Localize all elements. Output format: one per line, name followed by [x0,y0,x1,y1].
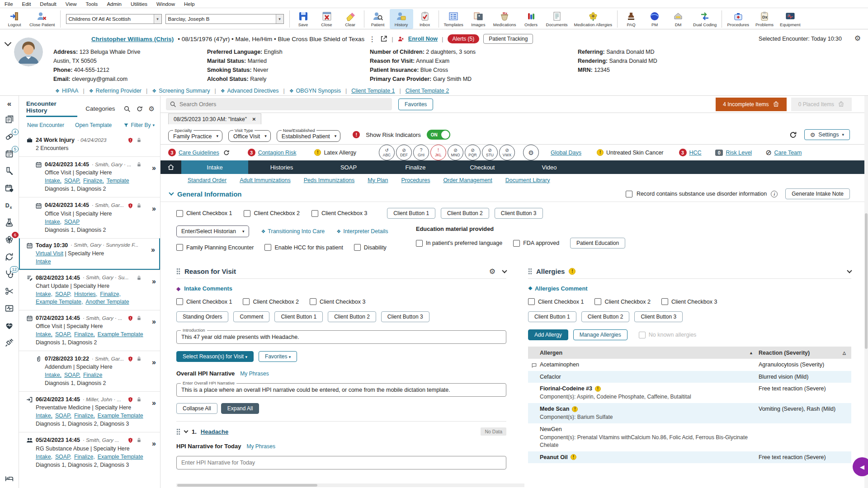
vertical-scrollbar[interactable] [864,96,868,488]
reason-button[interactable]: Client Button 1 [274,311,323,322]
my-phrases-link[interactable]: My Phrases [240,371,269,377]
encounter-section-link[interactable]: SOAP, [64,177,80,185]
placed-items-button[interactable]: 0 Placed Items [791,98,852,111]
client-button[interactable]: Client Button 1 [387,208,435,219]
patient-link[interactable]: ❖ Screening Summary [152,88,210,94]
settings-button[interactable]: ⚙ Settings ▾ [804,129,850,140]
labs-icon[interactable] [5,166,14,176]
encounter-section-link[interactable]: Another Template [85,298,129,306]
allergy-button[interactable]: Client Button 1 [528,311,576,322]
syringe-icon[interactable] [5,338,14,347]
header-gear-icon[interactable]: ⚙ [854,35,861,42]
toolbar-button[interactable]: Images [467,9,490,29]
toolbar-button[interactable]: Patient [366,9,390,29]
patient-link[interactable]: ❖ Referring Provider [89,88,142,94]
menu-item[interactable]: Window [156,1,175,7]
tab-encounter-history[interactable]: Encounter History [26,100,77,117]
intake-comments-link[interactable]: Intake Comments [184,285,232,292]
expand-chevron-icon[interactable]: » [152,439,156,449]
encounter-list-item[interactable]: 08/24/2023 14:45 · Smith, Gary · Su... »… [19,270,160,310]
incomplete-items-button[interactable]: 4 Incomplete Items [716,98,786,111]
encounter-section-link[interactable]: Example Template, [36,298,83,306]
allergen-column-header[interactable]: Allergen▲ [540,350,759,356]
subnav-link[interactable]: Order Management [443,177,492,183]
encounter-section-link[interactable]: Finalize, [74,453,95,461]
gear-icon[interactable]: ⚙ [149,105,155,112]
toolbar-button[interactable]: PM [643,9,666,29]
encounter-checkbox[interactable]: Disability [354,244,387,251]
nav-tab[interactable]: Intake [181,160,248,174]
client-checkbox[interactable]: Client Checkbox 2 [243,298,298,305]
care-guidelines-chip[interactable]: 3 Care Guidelines [168,149,230,156]
lab-flask-icon[interactable] [5,218,14,227]
no-known-allergies-checkbox[interactable]: No known allergies [639,332,697,338]
encounter-section-link[interactable]: Finalize [83,371,102,379]
encounter-section-link[interactable]: Histories, [74,291,97,298]
toolbar-button[interactable]: Logout [3,9,26,29]
nav-tab[interactable]: Finalize [382,160,449,174]
subnav-link[interactable]: Procedures [401,177,430,183]
search-orders-input[interactable] [166,98,392,110]
encounter-section-link[interactable]: Intake, [45,371,61,379]
patient-link[interactable]: ❖ HIPAA [55,88,78,94]
subnav-link[interactable]: Standard Order [188,177,226,183]
tab-categories[interactable]: Categories [85,105,115,112]
toolbar-button[interactable]: Procedures [724,9,752,29]
risk-circle[interactable]: ↺ ABC [379,145,395,160]
favorites-dropdown-button[interactable]: Favorites ▾ [259,351,297,362]
education-checkbox[interactable]: FDA approved [513,240,559,247]
encounter-list-item[interactable]: 07/24/2023 14:45 · Smith, Gary · ... » O… [19,310,160,351]
new-established-select[interactable]: New/Established Established Patient▾ [277,128,341,142]
scissors-icon[interactable] [5,286,14,296]
toolbar-button[interactable]: Orders [519,9,543,29]
reason-button[interactable]: Standing Orders [176,311,228,322]
expand-chevron-icon[interactable]: » [152,317,156,327]
collapse-rail-icon[interactable]: « [7,99,11,108]
toolbar-button[interactable]: Close Patient [26,9,58,29]
manage-allergies-button[interactable]: Manage Allergies [573,329,627,340]
allergy-table-row[interactable]: Fiorinal-Codeine #3 ! Component(s): Aspi… [528,383,851,403]
encounter-section-link[interactable]: Finalize, [100,291,121,298]
toolbar-button[interactable]: Equipment [777,9,803,29]
encounter-section-link[interactable]: SOAP [64,218,80,226]
menu-item[interactable]: View [66,1,77,7]
encounter-section-link[interactable]: SOAP, [55,291,71,298]
show-risk-toggle[interactable]: ON [427,130,450,140]
allergy-table-row[interactable]: Cefaclor Blurred vision (Mild) [528,371,851,383]
risk-circle[interactable]: ⊘ MNO [448,145,463,160]
encounter-section-link[interactable]: Template [107,177,129,185]
risk-circle[interactable]: ⊘ VWX [499,145,515,160]
menu-item[interactable]: Default [40,1,56,7]
favorites-button[interactable]: Favorites [398,99,433,110]
encounter-list-item[interactable]: 07/28/2023 10:22 · Smith, Gar... » Adden… [19,351,160,391]
encounter-list-item[interactable]: 05/24/2023 14:45 · Smith, Gary ... » RG … [19,432,160,473]
my-phrases-link[interactable]: My Phrases [247,443,275,450]
nav-tab[interactable]: Checkout [449,160,516,174]
floating-collapse-button[interactable]: ◀ [853,457,868,476]
encounter-section-link[interactable]: Intake [36,258,51,266]
reaction-column-header[interactable]: Reaction (Severity)△ [759,350,851,356]
reason-button[interactable]: Client Button 3 [381,311,429,322]
encounter-list-item[interactable]: 06/24/2023 14:45 · Miller, John · ... » … [19,391,160,432]
toolbar-button[interactable]: Save [292,9,315,29]
encounter-section-link[interactable]: Finalize, [74,331,95,338]
reason-button[interactable]: Client Button 2 [328,311,376,322]
toolbar-button[interactable]: Inbox [413,9,437,29]
care-team-chip[interactable]: ⊘ Care Team [765,149,802,156]
toolbar-button[interactable]: Close [315,9,339,29]
horizontal-scrollbar[interactable] [176,483,524,487]
encounter-list-item[interactable]: Today 10:30 · Smith, Gary · Sunnyside F.… [19,238,160,270]
menu-item[interactable]: Tools [86,1,98,7]
contagion-risk-chip[interactable]: 3 Contagion Risk [248,149,297,156]
substance-use-checkbox[interactable] [626,191,632,197]
client-checkbox[interactable]: Client Checkbox 3 [311,210,367,217]
external-link-icon[interactable] [380,35,387,42]
new-encounter-link[interactable]: New Encounter [27,122,64,128]
close-tab-icon[interactable]: × [252,116,256,122]
client-button[interactable]: Client Button 2 [441,208,489,219]
encounter-section-link[interactable]: Example Template [98,331,143,338]
select-reason-button[interactable]: Select Reason(s) for Visit ▾ [176,351,254,362]
expand-chevron-icon[interactable]: » [152,163,156,173]
patient-link[interactable]: Client Template 1 [351,88,395,94]
nav-tab[interactable]: Video [516,160,583,174]
